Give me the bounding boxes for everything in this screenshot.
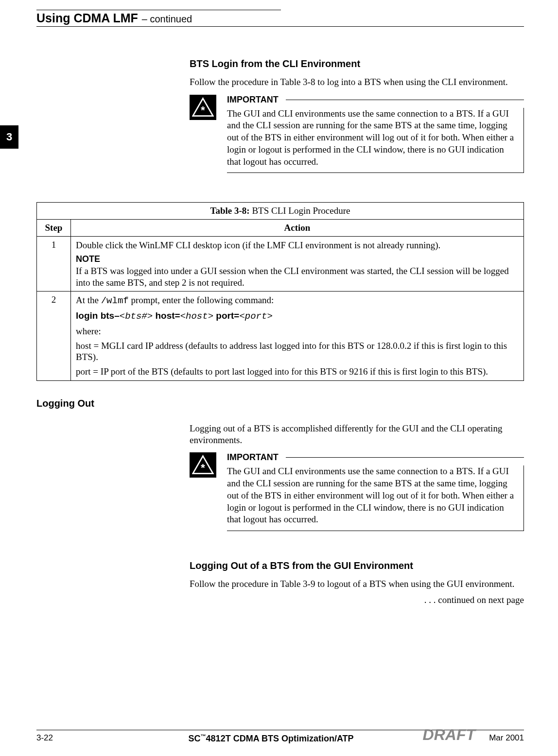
- row2-p5: port = IP port of the BTS (defaults to p…: [76, 366, 519, 378]
- page-header: Using CDMA LMF – continued: [36, 11, 524, 25]
- logout-gui-heading: Logging Out of a BTS from the GUI Enviro…: [190, 560, 524, 571]
- section-logging-out: Logging out of a BTS is accomplished dif…: [190, 423, 524, 605]
- header-continued: – continued: [142, 14, 192, 25]
- row2-p1c: prompt, enter the following command:: [129, 295, 274, 305]
- header-title: Using CDMA LMF: [36, 11, 138, 25]
- asterisk-triangle-icon: *: [192, 97, 214, 118]
- important-label: IMPORTANT: [227, 452, 279, 463]
- col-action: Action: [71, 220, 524, 237]
- page-footer: 3-22 SC™4812T CDMA BTS Optimization/ATP …: [24, 730, 524, 744]
- footer-date: Mar 2001: [489, 733, 524, 743]
- row2-p1: At the /wlmf prompt, enter the following…: [76, 294, 519, 307]
- logging-out-para: Logging out of a BTS is accomplished dif…: [190, 423, 524, 446]
- cmd-c: host=: [153, 310, 180, 321]
- cmd-f: <port>: [239, 311, 272, 322]
- cmd-a: login bts–: [76, 310, 120, 321]
- row1-note-label: NOTE: [76, 254, 519, 264]
- action-1: Double click the WinLMF CLI desktop icon…: [71, 237, 524, 292]
- important-box-2: * IMPORTANT The GUI and CLI environments…: [190, 452, 524, 531]
- row2-cmd: login bts–<bts#> host=<host> port=<port>: [76, 310, 519, 323]
- table-header-row: Step Action: [37, 220, 524, 237]
- section-bts-login: BTS Login from the CLI Environment Follo…: [190, 58, 524, 173]
- trademark-icon: ™: [201, 733, 206, 739]
- table-title-row: Table 3-8: BTS CLI Login Procedure: [37, 203, 524, 220]
- important-text-1: The GUI and CLI environments use the sam…: [227, 108, 524, 173]
- table-row: 2 At the /wlmf prompt, enter the followi…: [37, 292, 524, 381]
- cmd-b: <bts#>: [120, 311, 153, 322]
- important-rule: [286, 457, 524, 458]
- bts-login-heading: BTS Login from the CLI Environment: [190, 58, 524, 69]
- row2-p1a: At the: [76, 295, 101, 305]
- bts-login-para: Follow the procedure in Table 3-8 to log…: [190, 76, 524, 88]
- footer-doc-title: SC™4812T CDMA BTS Optimization/ATP: [189, 733, 354, 744]
- logout-gui-para: Follow the procedure in Table 3-9 to log…: [190, 578, 524, 590]
- section-tab: 3: [0, 125, 18, 149]
- footer-center-b: 4812T CDMA BTS Optimization/ATP: [206, 734, 354, 743]
- col-step: Step: [37, 220, 71, 237]
- action-2: At the /wlmf prompt, enter the following…: [71, 292, 524, 381]
- important-label: IMPORTANT: [227, 95, 279, 105]
- important-rule: [286, 100, 524, 100]
- row2-p1b: /wlmf: [101, 295, 129, 306]
- table-title-bold: Table 3-8:: [210, 206, 250, 216]
- svg-text:*: *: [201, 462, 205, 474]
- table-row: 1 Double click the WinLMF CLI desktop ic…: [37, 237, 524, 292]
- important-text-2: The GUI and CLI environments use the sam…: [227, 465, 524, 531]
- row2-p4: host = MGLI card IP address (defaults to…: [76, 340, 519, 363]
- footer-page-number: 3-22: [36, 733, 53, 743]
- important-icon: *: [190, 95, 216, 120]
- important-header-row: IMPORTANT: [227, 452, 524, 463]
- row1-p1: Double click the WinLMF CLI desktop icon…: [76, 240, 519, 251]
- header-rule-bottom: [36, 26, 524, 27]
- table-title-cell: Table 3-8: BTS CLI Login Procedure: [37, 203, 524, 220]
- important-icon: *: [190, 452, 216, 478]
- important-content-2: IMPORTANT The GUI and CLI environments u…: [227, 452, 524, 531]
- table-title-rest: BTS CLI Login Procedure: [250, 206, 350, 216]
- important-header-row: IMPORTANT: [227, 95, 524, 105]
- row2-p3: where:: [76, 326, 519, 337]
- table-3-8: Table 3-8: BTS CLI Login Procedure Step …: [36, 202, 524, 381]
- step-1: 1: [37, 237, 71, 292]
- footer-center-a: SC: [189, 734, 201, 743]
- cmd-d: <host>: [180, 311, 213, 322]
- draft-watermark: DRAFT: [423, 726, 475, 744]
- svg-text:*: *: [201, 104, 205, 116]
- asterisk-triangle-icon: *: [192, 455, 214, 475]
- row1-p2: If a BTS was logged into under a GUI ses…: [76, 265, 519, 289]
- logging-out-heading: Logging Out: [36, 398, 524, 409]
- important-box-1: * IMPORTANT The GUI and CLI environments…: [190, 95, 524, 173]
- step-2: 2: [37, 292, 71, 381]
- continued-next-page: . . . continued on next page: [190, 595, 524, 605]
- cmd-e: port=: [213, 310, 239, 321]
- bts-cli-login-table: Table 3-8: BTS CLI Login Procedure Step …: [36, 202, 524, 381]
- header-rule-top: [36, 10, 281, 10]
- important-content-1: IMPORTANT The GUI and CLI environments u…: [227, 95, 524, 173]
